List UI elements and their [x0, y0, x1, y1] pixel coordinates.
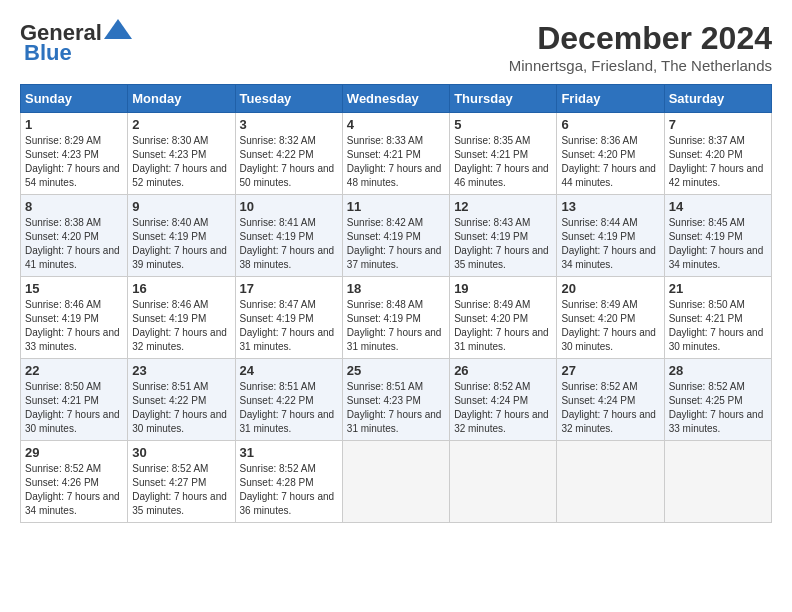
day-info: Sunrise: 8:38 AMSunset: 4:20 PMDaylight:… — [25, 216, 123, 272]
day-info: Sunrise: 8:40 AMSunset: 4:19 PMDaylight:… — [132, 216, 230, 272]
calendar-cell: 15Sunrise: 8:46 AMSunset: 4:19 PMDayligh… — [21, 277, 128, 359]
day-number: 19 — [454, 281, 552, 296]
day-info: Sunrise: 8:35 AMSunset: 4:21 PMDaylight:… — [454, 134, 552, 190]
calendar-cell: 14Sunrise: 8:45 AMSunset: 4:19 PMDayligh… — [664, 195, 771, 277]
day-number: 17 — [240, 281, 338, 296]
day-number: 9 — [132, 199, 230, 214]
day-info: Sunrise: 8:41 AMSunset: 4:19 PMDaylight:… — [240, 216, 338, 272]
calendar-cell: 9Sunrise: 8:40 AMSunset: 4:19 PMDaylight… — [128, 195, 235, 277]
calendar-cell: 3Sunrise: 8:32 AMSunset: 4:22 PMDaylight… — [235, 113, 342, 195]
calendar-cell: 26Sunrise: 8:52 AMSunset: 4:24 PMDayligh… — [450, 359, 557, 441]
calendar-cell: 29Sunrise: 8:52 AMSunset: 4:26 PMDayligh… — [21, 441, 128, 523]
day-number: 11 — [347, 199, 445, 214]
calendar-cell: 16Sunrise: 8:46 AMSunset: 4:19 PMDayligh… — [128, 277, 235, 359]
calendar-cell: 10Sunrise: 8:41 AMSunset: 4:19 PMDayligh… — [235, 195, 342, 277]
day-number: 22 — [25, 363, 123, 378]
day-info: Sunrise: 8:46 AMSunset: 4:19 PMDaylight:… — [25, 298, 123, 354]
calendar-cell: 18Sunrise: 8:48 AMSunset: 4:19 PMDayligh… — [342, 277, 449, 359]
calendar-cell: 23Sunrise: 8:51 AMSunset: 4:22 PMDayligh… — [128, 359, 235, 441]
title-section: December 2024 Minnertsga, Friesland, The… — [509, 20, 772, 74]
day-number: 6 — [561, 117, 659, 132]
calendar-cell — [664, 441, 771, 523]
location-title: Minnertsga, Friesland, The Netherlands — [509, 57, 772, 74]
calendar-cell: 11Sunrise: 8:42 AMSunset: 4:19 PMDayligh… — [342, 195, 449, 277]
day-number: 28 — [669, 363, 767, 378]
day-info: Sunrise: 8:29 AMSunset: 4:23 PMDaylight:… — [25, 134, 123, 190]
calendar-week-1: 1Sunrise: 8:29 AMSunset: 4:23 PMDaylight… — [21, 113, 772, 195]
calendar-cell: 8Sunrise: 8:38 AMSunset: 4:20 PMDaylight… — [21, 195, 128, 277]
calendar-cell: 1Sunrise: 8:29 AMSunset: 4:23 PMDaylight… — [21, 113, 128, 195]
day-number: 12 — [454, 199, 552, 214]
calendar-cell — [450, 441, 557, 523]
calendar-cell: 20Sunrise: 8:49 AMSunset: 4:20 PMDayligh… — [557, 277, 664, 359]
calendar-cell: 21Sunrise: 8:50 AMSunset: 4:21 PMDayligh… — [664, 277, 771, 359]
day-number: 25 — [347, 363, 445, 378]
day-info: Sunrise: 8:52 AMSunset: 4:25 PMDaylight:… — [669, 380, 767, 436]
weekday-header-wednesday: Wednesday — [342, 85, 449, 113]
day-number: 16 — [132, 281, 230, 296]
day-number: 26 — [454, 363, 552, 378]
calendar-week-4: 22Sunrise: 8:50 AMSunset: 4:21 PMDayligh… — [21, 359, 772, 441]
day-info: Sunrise: 8:42 AMSunset: 4:19 PMDaylight:… — [347, 216, 445, 272]
day-info: Sunrise: 8:36 AMSunset: 4:20 PMDaylight:… — [561, 134, 659, 190]
logo-icon — [104, 19, 132, 39]
weekday-header-friday: Friday — [557, 85, 664, 113]
day-number: 13 — [561, 199, 659, 214]
day-info: Sunrise: 8:45 AMSunset: 4:19 PMDaylight:… — [669, 216, 767, 272]
day-info: Sunrise: 8:51 AMSunset: 4:22 PMDaylight:… — [240, 380, 338, 436]
logo-blue: Blue — [24, 40, 72, 66]
day-number: 20 — [561, 281, 659, 296]
weekday-header-saturday: Saturday — [664, 85, 771, 113]
day-number: 15 — [25, 281, 123, 296]
calendar-cell: 27Sunrise: 8:52 AMSunset: 4:24 PMDayligh… — [557, 359, 664, 441]
day-info: Sunrise: 8:51 AMSunset: 4:22 PMDaylight:… — [132, 380, 230, 436]
day-number: 4 — [347, 117, 445, 132]
logo: General Blue — [20, 20, 132, 66]
calendar-cell: 7Sunrise: 8:37 AMSunset: 4:20 PMDaylight… — [664, 113, 771, 195]
calendar-cell: 22Sunrise: 8:50 AMSunset: 4:21 PMDayligh… — [21, 359, 128, 441]
day-info: Sunrise: 8:49 AMSunset: 4:20 PMDaylight:… — [561, 298, 659, 354]
day-info: Sunrise: 8:52 AMSunset: 4:24 PMDaylight:… — [454, 380, 552, 436]
calendar-header-row: SundayMondayTuesdayWednesdayThursdayFrid… — [21, 85, 772, 113]
month-title: December 2024 — [509, 20, 772, 57]
weekday-header-sunday: Sunday — [21, 85, 128, 113]
calendar-cell: 5Sunrise: 8:35 AMSunset: 4:21 PMDaylight… — [450, 113, 557, 195]
day-info: Sunrise: 8:33 AMSunset: 4:21 PMDaylight:… — [347, 134, 445, 190]
calendar-week-2: 8Sunrise: 8:38 AMSunset: 4:20 PMDaylight… — [21, 195, 772, 277]
day-info: Sunrise: 8:37 AMSunset: 4:20 PMDaylight:… — [669, 134, 767, 190]
day-info: Sunrise: 8:46 AMSunset: 4:19 PMDaylight:… — [132, 298, 230, 354]
calendar-cell: 2Sunrise: 8:30 AMSunset: 4:23 PMDaylight… — [128, 113, 235, 195]
day-number: 24 — [240, 363, 338, 378]
day-info: Sunrise: 8:43 AMSunset: 4:19 PMDaylight:… — [454, 216, 552, 272]
day-number: 10 — [240, 199, 338, 214]
day-info: Sunrise: 8:48 AMSunset: 4:19 PMDaylight:… — [347, 298, 445, 354]
weekday-header-thursday: Thursday — [450, 85, 557, 113]
day-number: 1 — [25, 117, 123, 132]
calendar-cell: 17Sunrise: 8:47 AMSunset: 4:19 PMDayligh… — [235, 277, 342, 359]
day-info: Sunrise: 8:50 AMSunset: 4:21 PMDaylight:… — [25, 380, 123, 436]
day-number: 2 — [132, 117, 230, 132]
calendar-cell: 30Sunrise: 8:52 AMSunset: 4:27 PMDayligh… — [128, 441, 235, 523]
day-number: 27 — [561, 363, 659, 378]
calendar-cell: 31Sunrise: 8:52 AMSunset: 4:28 PMDayligh… — [235, 441, 342, 523]
calendar-week-5: 29Sunrise: 8:52 AMSunset: 4:26 PMDayligh… — [21, 441, 772, 523]
calendar-cell: 4Sunrise: 8:33 AMSunset: 4:21 PMDaylight… — [342, 113, 449, 195]
day-number: 14 — [669, 199, 767, 214]
day-info: Sunrise: 8:44 AMSunset: 4:19 PMDaylight:… — [561, 216, 659, 272]
day-number: 7 — [669, 117, 767, 132]
day-number: 8 — [25, 199, 123, 214]
calendar-cell: 24Sunrise: 8:51 AMSunset: 4:22 PMDayligh… — [235, 359, 342, 441]
calendar-cell: 13Sunrise: 8:44 AMSunset: 4:19 PMDayligh… — [557, 195, 664, 277]
day-number: 3 — [240, 117, 338, 132]
calendar-week-3: 15Sunrise: 8:46 AMSunset: 4:19 PMDayligh… — [21, 277, 772, 359]
day-number: 29 — [25, 445, 123, 460]
day-info: Sunrise: 8:52 AMSunset: 4:26 PMDaylight:… — [25, 462, 123, 518]
day-number: 23 — [132, 363, 230, 378]
calendar-cell: 25Sunrise: 8:51 AMSunset: 4:23 PMDayligh… — [342, 359, 449, 441]
day-info: Sunrise: 8:49 AMSunset: 4:20 PMDaylight:… — [454, 298, 552, 354]
day-info: Sunrise: 8:30 AMSunset: 4:23 PMDaylight:… — [132, 134, 230, 190]
calendar-cell: 6Sunrise: 8:36 AMSunset: 4:20 PMDaylight… — [557, 113, 664, 195]
day-number: 21 — [669, 281, 767, 296]
day-info: Sunrise: 8:50 AMSunset: 4:21 PMDaylight:… — [669, 298, 767, 354]
calendar-cell: 19Sunrise: 8:49 AMSunset: 4:20 PMDayligh… — [450, 277, 557, 359]
